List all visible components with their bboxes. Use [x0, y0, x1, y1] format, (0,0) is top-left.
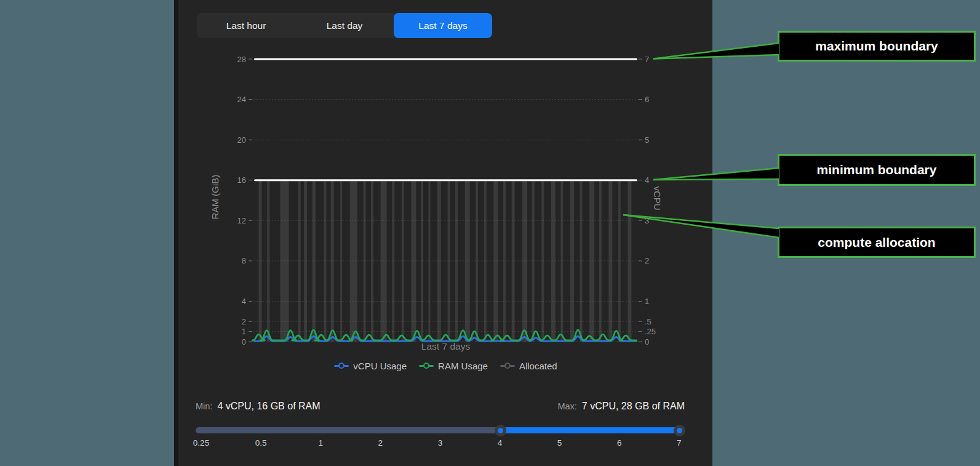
slider-tick-label: 0.5	[255, 438, 267, 448]
annotation-compute-allocation: compute allocation	[778, 227, 976, 258]
tab-last-day[interactable]: Last day	[295, 13, 394, 38]
max-stat-label: Max:	[557, 401, 576, 411]
slider-tick-label: 5	[557, 438, 562, 448]
legend-label-ram-usage: RAM Usage	[438, 361, 488, 371]
slider-tick-label: 3	[438, 438, 443, 448]
annotation-minimum-boundary: minimum boundary	[778, 154, 976, 186]
min-stat-label: Min:	[196, 401, 212, 411]
vcpu-usage-legend-marker-icon	[334, 365, 349, 367]
legend-item-vcpu-usage[interactable]: vCPU Usage	[334, 361, 407, 371]
legend-item-allocated[interactable]: Allocated	[500, 361, 557, 371]
slider-tick-label: 1	[318, 438, 323, 448]
slider-tick-label: 6	[617, 438, 622, 448]
ram-usage-legend-marker-icon	[419, 365, 434, 367]
max-stat: Max:7 vCPU, 28 GB of RAM	[557, 401, 685, 412]
slider-min-handle[interactable]	[495, 425, 506, 436]
min-max-summary: Min:4 vCPU, 16 GB of RAM Max:7 vCPU, 28 …	[196, 401, 685, 412]
compute-range-slider[interactable]	[196, 427, 683, 433]
allocated-legend-marker-icon	[500, 365, 515, 367]
slider-tick-label: 2	[378, 438, 383, 448]
vcpu-axis-title: vCPU	[651, 149, 663, 247]
metrics-panel	[174, 0, 712, 466]
min-stat: Min:4 vCPU, 16 GB of RAM	[196, 401, 321, 412]
legend-item-ram-usage[interactable]: RAM Usage	[419, 361, 488, 371]
slider-selected-range[interactable]	[500, 427, 683, 433]
max-stat-value: 7 vCPU, 28 GB of RAM	[582, 401, 685, 411]
slider-tick-labels: 0.250.51234567	[196, 438, 683, 449]
chart-legend: vCPU Usage RAM Usage Allocated	[254, 359, 637, 372]
slider-tick-label: 7	[677, 438, 682, 448]
tab-last-7-days[interactable]: Last 7 days	[394, 13, 492, 38]
tab-last-hour[interactable]: Last hour	[197, 13, 295, 38]
time-range-tabs: Last hour Last day Last 7 days	[197, 13, 492, 38]
slider-max-handle[interactable]	[674, 425, 685, 436]
annotation-maximum-boundary: maximum boundary	[778, 31, 976, 62]
slider-tick-label: 4	[498, 438, 503, 448]
legend-label-vcpu-usage: vCPU Usage	[353, 361, 407, 371]
min-stat-value: 4 vCPU, 16 GB of RAM	[217, 401, 320, 411]
slider-tick-label: 0.25	[193, 438, 209, 448]
legend-label-allocated: Allocated	[519, 361, 557, 371]
ram-axis-title: RAM (GiB)	[209, 148, 221, 246]
x-axis-label: Last 7 days	[254, 341, 637, 352]
